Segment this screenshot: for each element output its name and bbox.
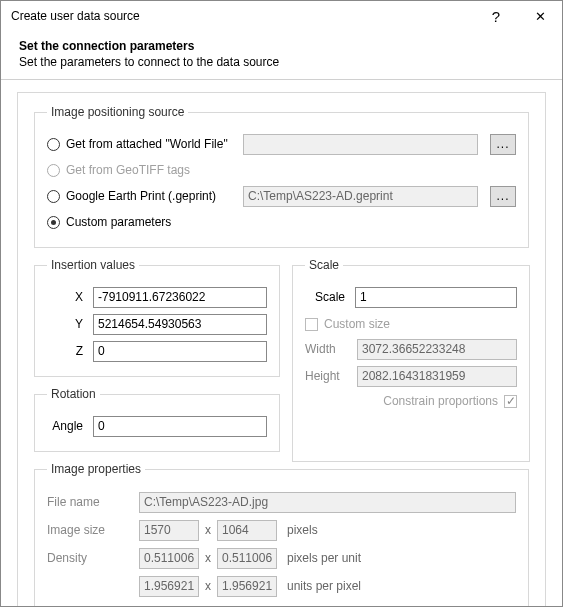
- radio-geprint-input[interactable]: [47, 190, 60, 203]
- radio-custom-label: Custom parameters: [66, 215, 171, 229]
- filename-input: [139, 492, 516, 513]
- imagesize-w-input: [139, 520, 199, 541]
- scale-label: Scale: [305, 290, 355, 304]
- times-icon: x: [205, 579, 211, 593]
- geprint-path-input: [243, 186, 478, 207]
- radio-world-file-input[interactable]: [47, 138, 60, 151]
- times-icon: x: [205, 551, 211, 565]
- radio-geprint[interactable]: Google Earth Print (.geprint): [47, 189, 237, 203]
- width-label: Width: [305, 342, 357, 356]
- angle-label: Angle: [47, 419, 93, 433]
- height-label: Height: [305, 369, 357, 383]
- image-properties-legend: Image properties: [47, 462, 145, 476]
- rotation-legend: Rotation: [47, 387, 100, 401]
- page-title: Set the connection parameters: [19, 39, 544, 53]
- upp-unit: units per pixel: [287, 579, 361, 593]
- radio-geprint-label: Google Earth Print (.geprint): [66, 189, 216, 203]
- radio-geotiff: Get from GeoTIFF tags: [47, 163, 237, 177]
- imagesize-label: Image size: [47, 523, 139, 537]
- scale-input[interactable]: [355, 287, 517, 308]
- y-input[interactable]: [93, 314, 267, 335]
- x-input[interactable]: [93, 287, 267, 308]
- angle-input[interactable]: [93, 416, 267, 437]
- window-title: Create user data source: [11, 9, 474, 23]
- radio-custom-input[interactable]: [47, 216, 60, 229]
- density-a-input: [139, 548, 199, 569]
- positioning-source-group: Image positioning source Get from attach…: [34, 105, 529, 248]
- filename-label: File name: [47, 495, 139, 509]
- radio-world-file[interactable]: Get from attached "World File": [47, 137, 237, 151]
- close-button[interactable]: ✕: [518, 1, 562, 31]
- radio-world-file-label: Get from attached "World File": [66, 137, 228, 151]
- z-input[interactable]: [93, 341, 267, 362]
- width-input: [357, 339, 517, 360]
- world-file-path-input: [243, 134, 478, 155]
- scale-legend: Scale: [305, 258, 343, 272]
- rotation-group: Rotation Angle: [34, 387, 280, 452]
- radio-geotiff-label: Get from GeoTIFF tags: [66, 163, 190, 177]
- y-label: Y: [47, 317, 93, 331]
- constrain-proportions-checkbox: [504, 395, 517, 408]
- form-content: Image positioning source Get from attach…: [17, 92, 546, 607]
- help-button[interactable]: ?: [474, 1, 518, 31]
- height-input: [357, 366, 517, 387]
- density-b-input: [217, 548, 277, 569]
- insertion-values-legend: Insertion values: [47, 258, 139, 272]
- scale-group: Scale Scale Custom size Width Heig: [292, 258, 530, 462]
- world-file-browse-button[interactable]: ...: [490, 134, 516, 155]
- insertion-values-group: Insertion values X Y Z: [34, 258, 280, 377]
- upp-b-input: [217, 576, 277, 597]
- z-label: Z: [47, 344, 93, 358]
- radio-custom[interactable]: Custom parameters: [47, 215, 237, 229]
- titlebar: Create user data source ? ✕: [1, 1, 562, 31]
- upp-a-input: [139, 576, 199, 597]
- density-label: Density: [47, 551, 139, 565]
- constrain-proportions-label: Constrain proportions: [383, 394, 498, 408]
- wizard-header: Set the connection parameters Set the pa…: [1, 31, 562, 79]
- x-label: X: [47, 290, 93, 304]
- custom-size-label: Custom size: [324, 317, 390, 331]
- radio-geotiff-input: [47, 164, 60, 177]
- imagesize-h-input: [217, 520, 277, 541]
- custom-size-checkbox: [305, 318, 318, 331]
- positioning-source-legend: Image positioning source: [47, 105, 188, 119]
- page-subtitle: Set the parameters to connect to the dat…: [19, 55, 544, 69]
- image-properties-group: Image properties File name Image size x …: [34, 462, 529, 607]
- geprint-browse-button[interactable]: ...: [490, 186, 516, 207]
- times-icon: x: [205, 523, 211, 537]
- density-unit1: pixels per unit: [287, 551, 361, 565]
- imagesize-unit: pixels: [287, 523, 318, 537]
